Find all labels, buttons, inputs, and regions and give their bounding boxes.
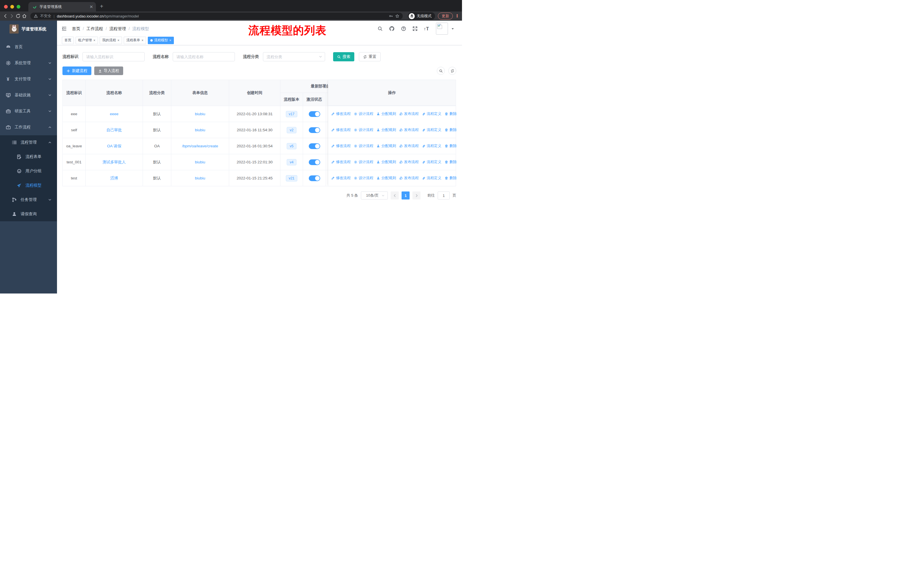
font-size-icon[interactable]: TT (424, 26, 430, 31)
publish-process-link[interactable]: 发布流程 (399, 176, 419, 180)
prev-page-button[interactable] (391, 192, 399, 200)
sidebar-item-workflow[interactable]: 工作流程 (0, 119, 57, 135)
design-process-link[interactable]: 设计流程 (354, 111, 373, 116)
create-process-button[interactable]: 新建流程 (63, 66, 91, 75)
page-size-select[interactable]: 10条/页 (361, 192, 388, 200)
close-icon[interactable]: × (142, 38, 144, 42)
breadcrumb-process-management[interactable]: 流程管理 (109, 26, 126, 31)
avatar-caret-icon[interactable] (451, 27, 455, 31)
sidebar-item-payment[interactable]: ¥ 支付管理 (0, 71, 57, 87)
sidebar-collapse-icon[interactable] (61, 26, 67, 31)
search-button[interactable]: 搜索 (333, 52, 354, 61)
publish-process-link[interactable]: 发布流程 (399, 160, 419, 165)
goto-page-input[interactable] (438, 192, 450, 200)
close-icon[interactable]: × (169, 38, 171, 42)
new-tab-button[interactable]: + (100, 3, 103, 10)
sidebar-item-infra[interactable]: 基础设施 (0, 87, 57, 103)
browser-menu-icon[interactable]: ••• (455, 14, 459, 18)
assign-rule-link[interactable]: 分配规则 (376, 127, 396, 132)
delete-link[interactable]: 删除 (444, 160, 457, 165)
reset-button[interactable]: 重置 (359, 52, 381, 61)
tag-process-form[interactable]: 流程表单× (124, 37, 146, 44)
modify-process-link[interactable]: 修改流程 (331, 127, 351, 132)
process-definition-link[interactable]: 流程定义 (422, 127, 441, 132)
home-icon[interactable] (22, 13, 27, 19)
browser-tab[interactable]: 芋道管理系统 ✕ (28, 2, 96, 12)
delete-link[interactable]: 删除 (444, 111, 457, 116)
close-icon[interactable]: × (93, 38, 96, 42)
process-name-link[interactable]: OA 请假 (107, 144, 121, 149)
sidebar-item-system[interactable]: 系统管理 (0, 55, 57, 71)
refresh-table-button[interactable] (448, 67, 456, 75)
publish-process-link[interactable]: 发布流程 (399, 144, 419, 149)
process-definition-link[interactable]: 流程定义 (422, 176, 441, 180)
sidebar-item-process-form[interactable]: 流程表单 (0, 150, 57, 164)
back-icon[interactable] (3, 13, 8, 19)
sidebar-item-user-group[interactable]: 用户分组 (0, 164, 57, 178)
process-name-link[interactable]: eeee (110, 112, 118, 116)
delete-link[interactable]: 删除 (444, 127, 457, 132)
form-info-link[interactable]: biubiu (195, 112, 205, 116)
assign-rule-link[interactable]: 分配规则 (376, 111, 396, 116)
design-process-link[interactable]: 设计流程 (354, 160, 373, 165)
warning-icon[interactable] (34, 14, 38, 18)
sidebar-item-process-management[interactable]: 流程管理 (0, 135, 57, 150)
show-search-button[interactable] (437, 67, 445, 75)
modify-process-link[interactable]: 修改流程 (331, 111, 351, 116)
next-page-button[interactable] (412, 192, 421, 200)
update-button[interactable]: 更新 (438, 13, 453, 20)
breadcrumb-home[interactable]: 首页 (72, 26, 80, 31)
process-id-input[interactable] (82, 52, 145, 61)
sidebar-item-task-management[interactable]: 任务管理 (0, 193, 57, 207)
process-definition-link[interactable]: 流程定义 (422, 160, 441, 165)
modify-process-link[interactable]: 修改流程 (331, 176, 351, 180)
form-info-link[interactable]: biubiu (195, 176, 205, 180)
sidebar-item-devtools[interactable]: 研发工具 (0, 103, 57, 119)
sidebar-item-process-model[interactable]: 流程模型 (0, 178, 57, 193)
sidebar-item-leave-query[interactable]: 请假查询 (0, 207, 57, 221)
reload-icon[interactable] (15, 13, 21, 19)
assign-rule-link[interactable]: 分配规则 (376, 144, 396, 149)
form-info-link[interactable]: biubiu (195, 160, 205, 164)
tag-my-process[interactable]: 我的流程× (100, 37, 122, 44)
forward-icon[interactable] (9, 13, 14, 19)
publish-process-link[interactable]: 发布流程 (399, 111, 419, 116)
form-info-link[interactable]: /bpm/oa/leave/create (182, 144, 218, 148)
zoom-window-button[interactable] (16, 5, 20, 8)
tab-close-icon[interactable]: ✕ (89, 5, 93, 9)
modify-process-link[interactable]: 修改流程 (331, 144, 351, 149)
fullscreen-icon[interactable] (412, 26, 417, 31)
sidebar-item-home[interactable]: 首页 (0, 39, 57, 55)
design-process-link[interactable]: 设计流程 (354, 144, 373, 149)
bookmark-star-icon[interactable] (395, 14, 399, 18)
import-process-button[interactable]: 导入流程 (94, 66, 123, 75)
minimize-window-button[interactable] (10, 5, 14, 8)
assign-rule-link[interactable]: 分配规则 (376, 160, 396, 165)
delete-link[interactable]: 删除 (444, 176, 457, 180)
active-toggle[interactable] (309, 127, 320, 133)
sidebar-logo-row[interactable]: 芋道管理系统 (0, 21, 57, 37)
avatar[interactable] (436, 23, 448, 35)
close-window-button[interactable] (4, 5, 8, 8)
design-process-link[interactable]: 设计流程 (354, 127, 373, 132)
github-icon[interactable] (389, 26, 395, 31)
search-icon[interactable] (378, 26, 383, 31)
breadcrumb-workflow[interactable]: 工作流程 (86, 26, 103, 31)
tag-tenant[interactable]: 租户管理× (76, 37, 98, 44)
delete-link[interactable]: 删除 (444, 144, 457, 149)
process-name-link[interactable]: 自己审批 (107, 127, 122, 133)
active-toggle[interactable] (309, 111, 320, 117)
current-page[interactable]: 1 (402, 192, 409, 200)
key-icon[interactable] (389, 14, 393, 18)
tag-process-model[interactable]: 流程模型× (148, 37, 174, 44)
active-toggle[interactable] (309, 175, 320, 181)
process-name-input[interactable] (173, 52, 235, 61)
process-definition-link[interactable]: 流程定义 (422, 111, 441, 116)
process-name-link[interactable]: 滔博 (110, 176, 118, 181)
close-icon[interactable]: × (117, 38, 119, 42)
active-toggle[interactable] (309, 159, 320, 165)
process-name-link[interactable]: 测试多审批人 (102, 160, 126, 165)
help-icon[interactable] (401, 26, 406, 31)
form-info-link[interactable]: biubiu (195, 128, 205, 132)
modify-process-link[interactable]: 修改流程 (331, 160, 351, 165)
